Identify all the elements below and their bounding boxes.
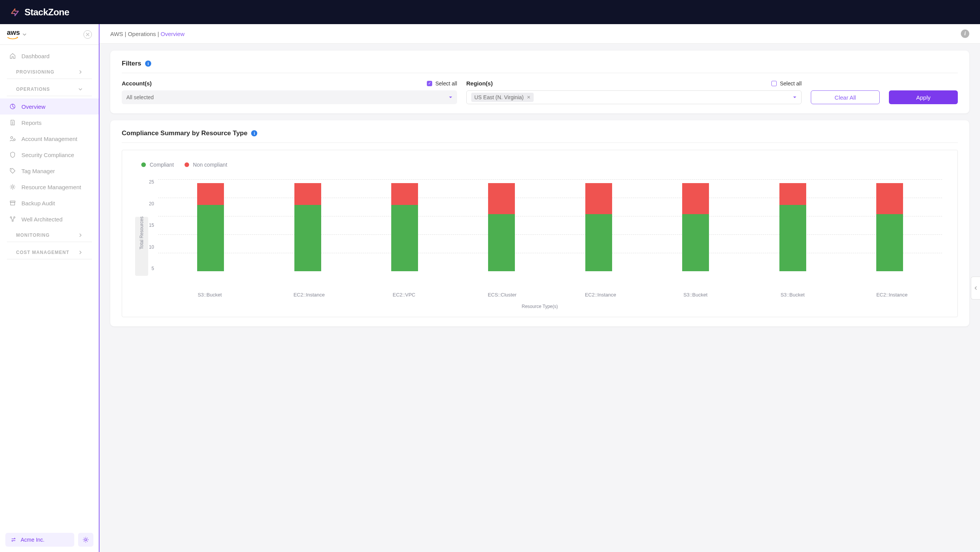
bar-segment <box>197 183 224 205</box>
bar-segment <box>488 214 515 271</box>
select-all-label: Select all <box>780 80 802 87</box>
nav-resource-management[interactable]: Resource Management <box>0 179 99 195</box>
nav-section-operations[interactable]: OPERATIONS <box>7 81 92 96</box>
breadcrumb-current: Overview <box>161 31 185 37</box>
breadcrumb-sep: | <box>157 31 160 37</box>
breadcrumb-segment[interactable]: Operations <box>128 31 156 37</box>
sidebar-close-button[interactable] <box>83 30 92 39</box>
x-axis-labels: S3::BucketEC2::InstanceEC2::VPCECS::Clus… <box>157 287 942 298</box>
regions-label: Region(s) <box>466 80 493 87</box>
nav-section-label: COST MANAGEMENT <box>16 250 78 255</box>
bar-segment <box>585 214 612 271</box>
regions-select-all[interactable]: Select all <box>771 80 802 87</box>
side-panel-toggle[interactable] <box>971 277 980 300</box>
chevron-down-icon <box>78 87 83 92</box>
nodes-icon <box>9 216 16 223</box>
bar-segment <box>779 205 806 271</box>
accounts-dropdown[interactable]: All selected <box>122 90 457 104</box>
nav-account-management[interactable]: Account Management <box>0 131 99 147</box>
legend-compliant[interactable]: Compliant <box>141 162 174 168</box>
bar-column[interactable] <box>391 183 418 271</box>
x-tick-label: EC2::Instance <box>585 292 612 298</box>
sidebar-nav: Dashboard PROVISIONING OPERATIONS Overvi… <box>0 45 99 527</box>
bar-column[interactable] <box>779 183 806 271</box>
nav-label: Resource Management <box>21 184 81 190</box>
nav-tag-manager[interactable]: Tag Manager <box>0 163 99 179</box>
close-icon <box>86 33 90 36</box>
nav-section-cost[interactable]: COST MANAGEMENT <box>7 244 92 259</box>
bar-segment <box>391 205 418 271</box>
home-icon <box>9 52 16 59</box>
chevron-right-icon <box>78 70 83 74</box>
breadcrumb-sep: | <box>125 31 128 37</box>
nav-label: Tag Manager <box>21 168 55 174</box>
regions-dropdown[interactable]: US East (N. Virginia) ✕ <box>466 90 802 104</box>
bar-segment <box>197 205 224 271</box>
chip-remove-icon[interactable]: ✕ <box>527 95 531 100</box>
nav-dashboard[interactable]: Dashboard <box>0 48 99 64</box>
clear-all-button[interactable]: Clear All <box>811 90 880 104</box>
bar-segment <box>682 183 709 215</box>
svg-rect-6 <box>11 202 15 205</box>
bar-column[interactable] <box>488 183 515 271</box>
bar-column[interactable] <box>876 183 903 271</box>
nav-well-architected[interactable]: Well Architected <box>0 211 99 227</box>
info-icon[interactable]: i <box>145 61 151 67</box>
bar-segment <box>585 183 612 215</box>
bar-column[interactable] <box>197 183 224 271</box>
accounts-label: Account(s) <box>122 80 152 87</box>
bar-segment <box>779 183 806 205</box>
region-chip: US East (N. Virginia) ✕ <box>471 93 534 102</box>
cloud-provider-selector[interactable]: aws <box>7 29 27 40</box>
breadcrumb-bar: AWS | Operations | Overview i <box>100 24 980 44</box>
caret-down-icon <box>449 95 452 99</box>
settings-button[interactable] <box>78 533 93 547</box>
bar-segment <box>294 183 321 205</box>
svg-point-4 <box>11 186 13 188</box>
breadcrumb-segment[interactable]: AWS <box>110 31 123 37</box>
info-icon[interactable]: i <box>251 130 257 136</box>
pie-chart-icon <box>9 103 16 110</box>
nav-security-compliance[interactable]: Security Compliance <box>0 147 99 163</box>
gear-icon <box>9 183 16 190</box>
nav-dashboard-label: Dashboard <box>21 53 49 59</box>
y-axis-ticks: 252015105 <box>149 179 158 271</box>
bar-segment <box>682 214 709 271</box>
sidebar: aws Dashboard PROVISIONING OPERATIONS <box>0 24 100 552</box>
svg-point-9 <box>12 220 13 222</box>
nav-section-label: MONITORING <box>16 233 78 238</box>
bar-column[interactable] <box>294 183 321 271</box>
svg-point-3 <box>11 169 12 170</box>
brand-logo[interactable]: StackZone <box>9 7 69 18</box>
x-tick-label: S3::Bucket <box>779 292 806 298</box>
chevron-right-icon <box>78 250 83 255</box>
x-tick-label: EC2::Instance <box>294 292 320 298</box>
bar-column[interactable] <box>585 183 612 271</box>
bar-segment <box>876 183 903 215</box>
nav-label: Overview <box>21 103 46 110</box>
top-bar: StackZone <box>0 0 980 24</box>
org-switcher[interactable]: Acme Inc. <box>5 533 74 547</box>
switch-icon <box>11 537 17 543</box>
gear-icon <box>82 536 89 543</box>
nav-overview[interactable]: Overview <box>0 98 99 115</box>
info-button[interactable]: i <box>961 29 969 38</box>
x-tick-label: S3::Bucket <box>682 292 709 298</box>
x-axis-label: Resource Type(s) <box>137 304 942 309</box>
nav-label: Account Management <box>21 136 77 142</box>
accounts-select-all[interactable]: Select all <box>427 80 457 87</box>
nav-reports[interactable]: Reports <box>0 115 99 131</box>
caret-down-icon <box>793 95 797 99</box>
sidebar-footer: Acme Inc. <box>0 527 99 552</box>
bar-column[interactable] <box>682 183 709 271</box>
nav-backup-audit[interactable]: Backup Audit <box>0 195 99 211</box>
legend-noncompliant[interactable]: Non compliant <box>185 162 227 168</box>
apply-button[interactable]: Apply <box>889 90 958 104</box>
aws-label: aws <box>7 29 20 37</box>
nav-section-monitoring[interactable]: MONITORING <box>7 227 92 242</box>
aws-smile-icon <box>7 37 18 40</box>
chevron-left-icon <box>974 286 978 290</box>
bar-segment <box>294 205 321 271</box>
chart-plot-area <box>158 179 942 271</box>
nav-section-provisioning[interactable]: PROVISIONING <box>7 64 92 79</box>
